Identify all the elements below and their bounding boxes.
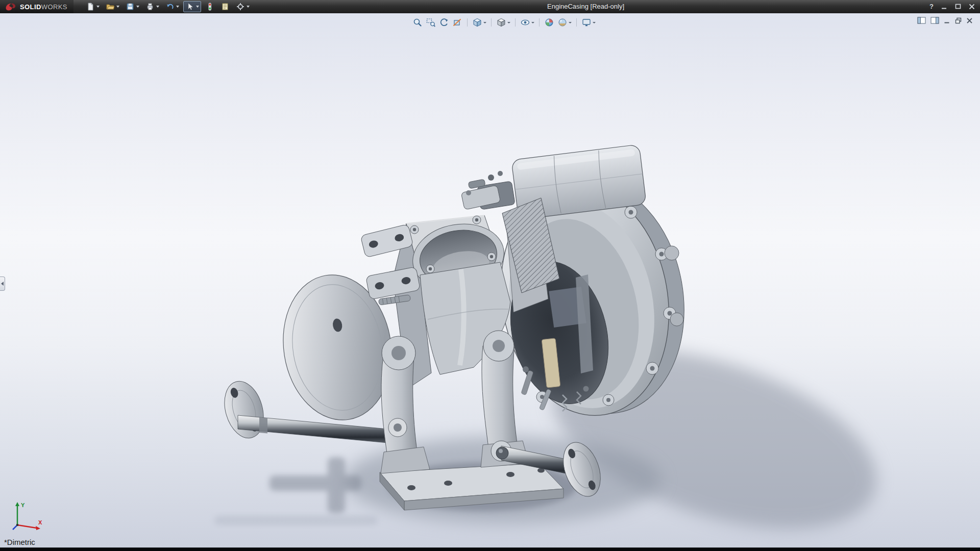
minimize-button[interactable] — [941, 4, 947, 10]
hide-show-eye-icon — [520, 17, 530, 28]
solidworks-logo: SOLIDWORKS — [0, 0, 74, 13]
dropdown-caret[interactable] — [136, 6, 139, 8]
triad-y-label: Y — [21, 502, 25, 508]
section-view-button[interactable] — [451, 16, 463, 29]
document-window-controls — [917, 17, 973, 24]
apply-scene-button[interactable] — [556, 16, 573, 29]
dropdown-caret[interactable] — [196, 6, 199, 8]
maximize-button[interactable] — [955, 4, 961, 10]
new-document-button[interactable] — [84, 1, 102, 12]
options-gear-icon — [236, 2, 245, 11]
heads-up-view-toolbar — [411, 16, 597, 29]
toolbar-separator — [539, 18, 540, 27]
window-title: EngineCasing [Read-only] — [547, 0, 624, 13]
edit-appearance-button[interactable] — [543, 16, 555, 29]
featuremanager-pane-toggle-icon[interactable] — [917, 17, 926, 24]
maximize-icon — [955, 4, 961, 10]
dropdown-caret[interactable] — [116, 6, 119, 8]
view-orientation-button[interactable] — [471, 16, 487, 29]
standard-toolbar — [84, 0, 252, 13]
display-style-icon — [496, 17, 506, 28]
print-icon — [145, 2, 155, 11]
file-properties-button[interactable] — [218, 1, 232, 12]
window-controls: ? — [929, 0, 975, 13]
save-button[interactable] — [124, 1, 141, 12]
title-bar: SOLIDWORKS — [0, 0, 980, 13]
document-close-icon[interactable] — [966, 17, 973, 24]
orientation-triad[interactable]: Y X — [10, 500, 46, 532]
triad-x-label: X — [38, 519, 42, 525]
save-icon — [126, 2, 135, 11]
toolbar-separator — [491, 18, 492, 27]
solidworks-logo-icon — [4, 2, 17, 11]
zoom-to-area-button[interactable] — [425, 16, 437, 29]
dropdown-caret[interactable] — [593, 22, 596, 23]
rebuild-icon — [205, 2, 214, 11]
document-restore-icon[interactable] — [955, 17, 962, 24]
close-icon — [969, 4, 975, 10]
apply-scene-icon — [557, 17, 568, 28]
close-button[interactable] — [969, 4, 975, 10]
help-button[interactable]: ? — [929, 0, 934, 13]
select-button[interactable] — [183, 1, 201, 12]
undo-button[interactable] — [163, 1, 181, 12]
toolbar-separator — [515, 18, 516, 27]
undo-icon — [165, 2, 175, 11]
zoom-to-fit-icon — [412, 17, 423, 28]
display-pane-toggle-icon[interactable] — [930, 17, 939, 24]
collapse-arrow-icon — [1, 282, 4, 286]
rebuild-button[interactable] — [203, 1, 216, 12]
minimize-icon — [941, 4, 947, 10]
taskbar-edge — [0, 547, 980, 551]
graphics-viewport[interactable]: Y X *Dimetric — [0, 13, 980, 547]
options-button[interactable] — [234, 1, 252, 12]
view-settings-button[interactable] — [580, 16, 597, 29]
dropdown-caret[interactable] — [156, 6, 159, 8]
view-settings-icon — [581, 17, 592, 28]
zoom-to-fit-button[interactable] — [411, 16, 424, 29]
view-orientation-cube-icon — [472, 17, 482, 28]
hide-show-items-button[interactable] — [519, 16, 535, 29]
previous-view-icon — [439, 17, 449, 28]
view-orientation-label: *Dimetric — [4, 538, 35, 546]
engine-casing-model — [0, 13, 980, 547]
edit-appearance-ball-icon — [544, 17, 554, 28]
new-document-icon — [86, 2, 95, 11]
file-properties-icon — [220, 2, 230, 11]
print-button[interactable] — [143, 1, 161, 12]
toolbar-separator — [467, 18, 468, 27]
document-minimize-icon[interactable] — [944, 17, 950, 24]
dropdown-caret[interactable] — [176, 6, 179, 8]
panel-collapse-tab[interactable] — [0, 277, 5, 291]
dropdown-caret[interactable] — [531, 22, 534, 23]
brand-text: SOLIDWORKS — [20, 3, 67, 11]
dropdown-caret[interactable] — [507, 22, 510, 23]
previous-view-button[interactable] — [438, 16, 450, 29]
dropdown-caret[interactable] — [569, 22, 572, 23]
open-button[interactable] — [104, 1, 121, 12]
open-folder-icon — [106, 2, 115, 11]
dropdown-caret[interactable] — [247, 6, 250, 8]
toolbar-separator — [576, 18, 577, 27]
display-style-button[interactable] — [495, 16, 511, 29]
zoom-to-area-icon — [426, 17, 436, 28]
dropdown-caret[interactable] — [96, 6, 100, 8]
dropdown-caret[interactable] — [483, 22, 486, 23]
section-view-icon — [452, 17, 462, 28]
select-cursor-icon — [185, 2, 194, 11]
